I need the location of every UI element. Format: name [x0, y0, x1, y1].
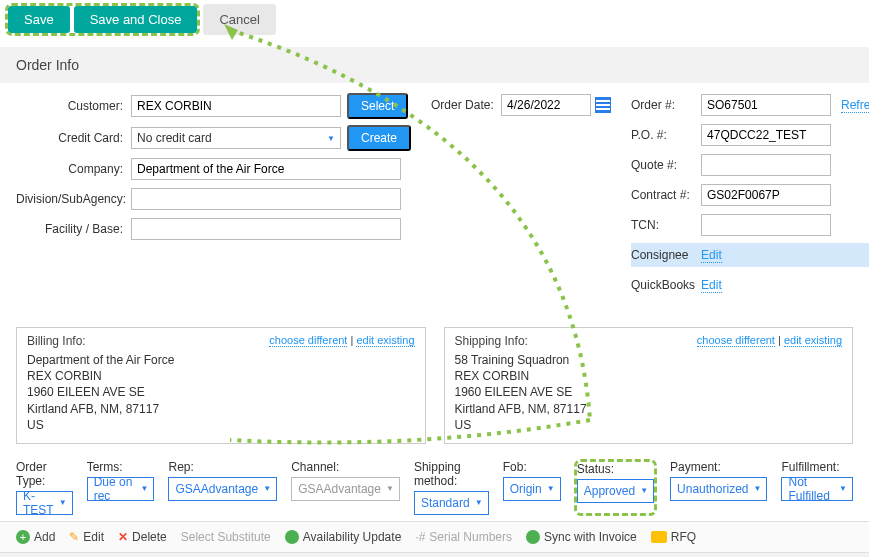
- section-order-info: Order Info: [0, 47, 869, 83]
- label-customer: Customer:: [16, 99, 131, 113]
- label-fulfillment: Fulfillment:: [781, 460, 853, 474]
- edit-action[interactable]: ✎Edit: [69, 530, 104, 544]
- terms-select[interactable]: Due on rec: [87, 477, 155, 501]
- hash-icon: ·#: [415, 530, 425, 544]
- quickbooks-edit-link[interactable]: Edit: [701, 278, 722, 293]
- create-button[interactable]: Create: [347, 125, 411, 151]
- billing-line: REX CORBIN: [27, 368, 415, 384]
- label-shipmethod: Shipping method:: [414, 460, 489, 488]
- label-terms: Terms:: [87, 460, 155, 474]
- po-input[interactable]: [701, 124, 831, 146]
- billing-line: 1960 EILEEN AVE SE: [27, 384, 415, 400]
- label-channel: Channel:: [291, 460, 400, 474]
- refresh-link[interactable]: Refresh: [841, 98, 869, 113]
- label-status: Status:: [577, 462, 654, 476]
- label-order-no: Order #:: [631, 98, 701, 112]
- billing-choose-link[interactable]: choose different: [269, 334, 347, 347]
- billing-line: Department of the Air Force: [27, 352, 415, 368]
- company-input[interactable]: [131, 158, 401, 180]
- x-icon: ✕: [118, 530, 128, 544]
- channel-select[interactable]: GSAAdvantage: [291, 477, 400, 501]
- shipping-choose-link[interactable]: choose different: [697, 334, 775, 347]
- pencil-icon: ✎: [69, 530, 79, 544]
- order-type-select[interactable]: K-TEST: [16, 491, 73, 515]
- shipping-info-box: Shipping Info: choose different | edit e…: [444, 327, 854, 444]
- status-select[interactable]: Approved: [577, 479, 654, 503]
- label-quote: Quote #:: [631, 158, 701, 172]
- label-fob: Fob:: [503, 460, 561, 474]
- billing-edit-link[interactable]: edit existing: [356, 334, 414, 347]
- label-rep: Rep:: [168, 460, 277, 474]
- mail-icon: [651, 531, 667, 543]
- facility-input[interactable]: [131, 218, 401, 240]
- label-company: Company:: [16, 162, 131, 176]
- shipping-line: 58 Training Squadron: [455, 352, 843, 368]
- sync-action[interactable]: Sync with Invoice: [526, 530, 637, 544]
- save-close-button[interactable]: Save and Close: [74, 6, 198, 33]
- fob-select[interactable]: Origin: [503, 477, 561, 501]
- shipping-line: Kirtland AFB, NM, 87117: [455, 401, 843, 417]
- label-order-type: Order Type:: [16, 460, 73, 488]
- plus-icon: +: [16, 530, 30, 544]
- shipping-edit-link[interactable]: edit existing: [784, 334, 842, 347]
- shipmethod-select[interactable]: Standard: [414, 491, 489, 515]
- billing-line: Kirtland AFB, NM, 87117: [27, 401, 415, 417]
- label-payment: Payment:: [670, 460, 767, 474]
- consignee-edit-link[interactable]: Edit: [701, 248, 722, 263]
- label-order-date: Order Date:: [431, 98, 501, 112]
- fulfillment-select[interactable]: Not Fulfilled: [781, 477, 853, 501]
- delete-action[interactable]: ✕Delete: [118, 530, 167, 544]
- billing-line: US: [27, 417, 415, 433]
- division-input[interactable]: [131, 188, 401, 210]
- label-contract: Contract #:: [631, 188, 701, 202]
- order-no-input[interactable]: [701, 94, 831, 116]
- tcn-input[interactable]: [701, 214, 831, 236]
- label-credit-card: Credit Card:: [16, 131, 131, 145]
- grid-header: ITEM QUANTITY PRODUCT PART NUMBER PRICE …: [0, 553, 869, 557]
- customer-input[interactable]: [131, 95, 341, 117]
- shipping-line: 1960 EILEEN AVE SE: [455, 384, 843, 400]
- substitute-action[interactable]: Select Substitute: [181, 530, 271, 544]
- cancel-button[interactable]: Cancel: [203, 4, 275, 35]
- calendar-icon[interactable]: [595, 97, 611, 113]
- availability-action[interactable]: Availability Update: [285, 530, 402, 544]
- billing-info-box: Billing Info: choose different | edit ex…: [16, 327, 426, 444]
- shipping-title: Shipping Info:: [455, 334, 528, 348]
- sync-icon: [526, 530, 540, 544]
- refresh-icon: [285, 530, 299, 544]
- label-facility: Facility / Base:: [16, 222, 131, 236]
- shipping-line: REX CORBIN: [455, 368, 843, 384]
- label-division: Division/SubAgency:: [16, 192, 131, 206]
- add-action[interactable]: +Add: [16, 530, 55, 544]
- save-button[interactable]: Save: [8, 6, 70, 33]
- serial-action[interactable]: ·# Serial Numbers: [415, 530, 512, 544]
- label-consignee: Consignee: [631, 248, 701, 262]
- label-po: P.O. #:: [631, 128, 701, 142]
- label-quickbooks: QuickBooks: [631, 278, 701, 292]
- order-date-input[interactable]: [501, 94, 591, 116]
- billing-title: Billing Info:: [27, 334, 86, 348]
- payment-select[interactable]: Unauthorized: [670, 477, 767, 501]
- select-button[interactable]: Select: [347, 93, 408, 119]
- shipping-line: US: [455, 417, 843, 433]
- quote-input[interactable]: [701, 154, 831, 176]
- contract-input[interactable]: [701, 184, 831, 206]
- credit-card-select[interactable]: No credit card▼: [131, 127, 341, 149]
- rfq-action[interactable]: RFQ: [651, 530, 696, 544]
- rep-select[interactable]: GSAAdvantage: [168, 477, 277, 501]
- label-tcn: TCN:: [631, 218, 701, 232]
